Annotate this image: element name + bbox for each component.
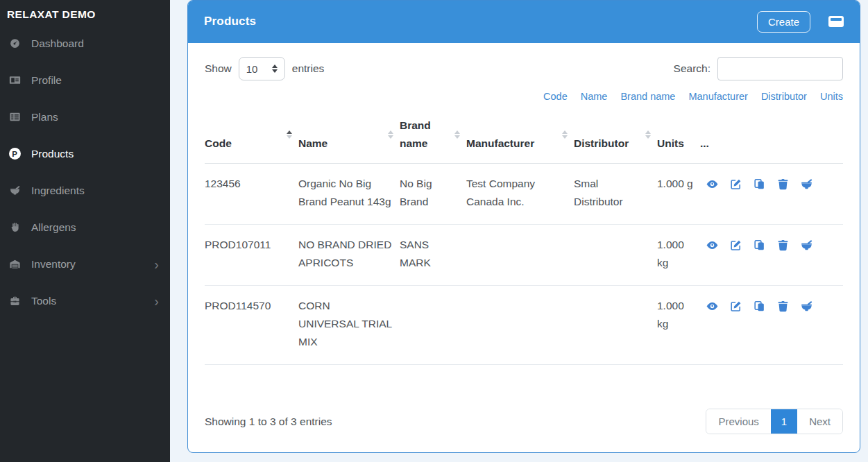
pagination: Previous 1 Next bbox=[706, 409, 843, 434]
cell-name: NO BRAND DRIED APRICOTS bbox=[298, 225, 400, 286]
cell-name: Organic No Big Brand Peanut 143g bbox=[298, 164, 400, 225]
sidebar-item-ingredients[interactable]: Ingredients bbox=[0, 172, 170, 209]
delete-icon[interactable] bbox=[776, 178, 790, 191]
card-body: Show 10 entries Search: Code Name Brand … bbox=[188, 43, 860, 452]
entries-summary: Showing 1 to 3 of 3 entries bbox=[205, 416, 332, 428]
sidebar-item-label: Dashboard bbox=[31, 37, 84, 50]
table-footer: Showing 1 to 3 of 3 entries Previous 1 N… bbox=[205, 397, 843, 452]
cell-code: 123456 bbox=[205, 164, 298, 225]
cell-manufacturer bbox=[466, 225, 574, 286]
pagination-previous[interactable]: Previous bbox=[706, 409, 770, 434]
search-input[interactable] bbox=[717, 57, 843, 80]
sort-desc-icon bbox=[562, 135, 568, 139]
search-label: Search: bbox=[674, 62, 710, 75]
products-icon: P bbox=[7, 148, 22, 160]
cell-brand: SANS MARK bbox=[400, 225, 466, 286]
page-title: Products bbox=[204, 15, 256, 28]
brand-title: RELAXAT DEMO bbox=[0, 0, 170, 25]
sidebar-item-plans[interactable]: Plans bbox=[0, 99, 170, 135]
page-length-value: 10 bbox=[246, 63, 258, 75]
edit-icon[interactable] bbox=[729, 300, 742, 313]
archive-icon[interactable] bbox=[828, 16, 844, 27]
pagination-next[interactable]: Next bbox=[797, 409, 842, 434]
view-icon[interactable] bbox=[706, 239, 719, 252]
view-icon[interactable] bbox=[706, 178, 719, 191]
row-actions bbox=[700, 297, 836, 313]
sidebar-item-dashboard[interactable]: Dashboard bbox=[0, 25, 170, 62]
hand-icon bbox=[7, 221, 22, 233]
sort-asc-icon bbox=[287, 130, 292, 134]
sidebar-item-label: Allergens bbox=[31, 221, 76, 234]
cell-name: CORN UNIVERSAL TRIAL MIX bbox=[298, 286, 400, 365]
ingredients-icon[interactable] bbox=[800, 178, 813, 191]
mortar-pestle-icon bbox=[7, 185, 22, 196]
table-row: 123456 Organic No Big Brand Peanut 143g … bbox=[205, 164, 843, 225]
sort-icons bbox=[562, 130, 568, 139]
column-header-distributor[interactable]: Distributor bbox=[574, 105, 657, 164]
sidebar-item-profile[interactable]: Profile bbox=[0, 62, 170, 99]
cell-manufacturer bbox=[466, 286, 574, 365]
entries-label: entries bbox=[292, 62, 325, 75]
sidebar-item-products[interactable]: P Products bbox=[0, 135, 170, 172]
sidebar-item-tools[interactable]: Tools › bbox=[0, 282, 170, 319]
filter-link-code[interactable]: Code bbox=[543, 91, 568, 102]
cell-units: 1.000 kg bbox=[657, 225, 700, 286]
table-row: PROD114570 CORN UNIVERSAL TRIAL MIX 1.00… bbox=[205, 286, 843, 365]
cell-code: PROD107011 bbox=[205, 225, 298, 286]
filter-link-name[interactable]: Name bbox=[581, 91, 608, 102]
duplicate-icon[interactable] bbox=[753, 300, 766, 313]
sort-desc-icon bbox=[645, 135, 651, 139]
table-header-row: Code Name Brand name Manufacturer bbox=[205, 105, 843, 164]
filter-link-units[interactable]: Units bbox=[820, 91, 843, 102]
filter-link-brand-name[interactable]: Brand name bbox=[620, 91, 675, 102]
products-card: Products Create Show 10 entries Search: bbox=[187, 0, 860, 453]
ingredients-icon[interactable] bbox=[800, 239, 813, 252]
sort-icons bbox=[287, 130, 292, 139]
table-controls: Show 10 entries Search: bbox=[205, 57, 843, 80]
dashboard-icon bbox=[7, 37, 22, 49]
sidebar-item-label: Products bbox=[31, 148, 74, 160]
row-actions bbox=[700, 236, 836, 252]
create-button[interactable]: Create bbox=[757, 11, 810, 33]
edit-icon[interactable] bbox=[729, 178, 742, 191]
edit-icon[interactable] bbox=[729, 239, 742, 252]
id-card-icon bbox=[7, 74, 22, 86]
ingredients-icon[interactable] bbox=[800, 300, 813, 313]
row-actions bbox=[700, 175, 836, 191]
cell-units: 1.000 g bbox=[657, 164, 700, 225]
cell-distributor: Smal Distributor bbox=[574, 164, 657, 225]
sort-asc-icon bbox=[645, 130, 651, 134]
column-header-code[interactable]: Code bbox=[205, 105, 298, 164]
sort-icons bbox=[454, 130, 460, 139]
sidebar-item-label: Plans bbox=[31, 111, 58, 123]
column-header-brand-name[interactable]: Brand name bbox=[400, 105, 466, 164]
search-control: Search: bbox=[674, 57, 843, 80]
delete-icon[interactable] bbox=[776, 300, 790, 313]
pagination-page-1[interactable]: 1 bbox=[771, 409, 797, 434]
sidebar: RELAXAT DEMO Dashboard Profile Plans P P… bbox=[0, 0, 170, 462]
cell-manufacturer: Test Company Canada Inc. bbox=[466, 164, 574, 225]
column-header-manufacturer[interactable]: Manufacturer bbox=[466, 105, 574, 164]
page-length-select[interactable]: 10 bbox=[239, 57, 285, 80]
delete-icon[interactable] bbox=[776, 239, 790, 252]
duplicate-icon[interactable] bbox=[753, 178, 766, 191]
main-area: Products Create Show 10 entries Search: bbox=[170, 0, 868, 462]
toolbox-icon bbox=[7, 295, 22, 307]
filter-link-manufacturer[interactable]: Manufacturer bbox=[688, 91, 747, 102]
list-table-icon bbox=[7, 111, 22, 123]
view-icon[interactable] bbox=[706, 300, 719, 313]
column-header-name[interactable]: Name bbox=[298, 105, 400, 164]
select-arrows-icon bbox=[272, 65, 278, 73]
sidebar-item-allergens[interactable]: Allergens bbox=[0, 209, 170, 246]
filter-link-distributor[interactable]: Distributor bbox=[761, 91, 807, 102]
sort-icons bbox=[645, 130, 651, 139]
duplicate-icon[interactable] bbox=[753, 239, 766, 252]
sort-asc-icon bbox=[562, 130, 568, 134]
chevron-right-icon: › bbox=[154, 294, 159, 308]
products-table: Code Name Brand name Manufacturer bbox=[205, 105, 843, 365]
cell-brand: No Big Brand bbox=[400, 164, 466, 225]
sidebar-item-inventory[interactable]: Inventory › bbox=[0, 246, 170, 282]
cell-distributor bbox=[574, 286, 657, 365]
show-label: Show bbox=[205, 62, 232, 75]
card-header: Products Create bbox=[187, 0, 860, 43]
